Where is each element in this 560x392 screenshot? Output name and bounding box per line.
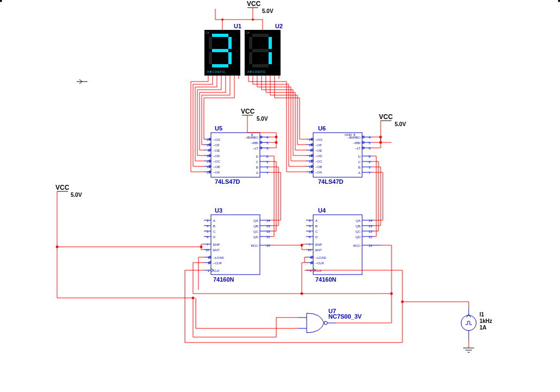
wires-u1-u5 bbox=[191, 82, 234, 172]
svg-text:I1: I1 bbox=[480, 312, 484, 318]
svg-text:~OB: ~OB bbox=[315, 165, 322, 169]
svg-text:1: 1 bbox=[266, 166, 269, 169]
svg-text:~CLR: ~CLR bbox=[213, 262, 222, 265]
svg-text:1: 1 bbox=[369, 166, 371, 169]
svg-text:ENT: ENT bbox=[315, 248, 322, 252]
svg-text:C: C bbox=[256, 160, 259, 164]
svg-text:5: 5 bbox=[207, 230, 209, 233]
svg-text:ENP: ENP bbox=[213, 243, 220, 246]
svg-rect-23 bbox=[269, 37, 272, 49]
svg-text:CLK: CLK bbox=[213, 269, 220, 272]
svg-text:2: 2 bbox=[208, 269, 210, 272]
svg-text:~OE: ~OE bbox=[213, 149, 220, 152]
svg-rect-4 bbox=[228, 37, 232, 49]
svg-text:6: 6 bbox=[266, 155, 269, 158]
svg-rect-5 bbox=[228, 52, 232, 64]
svg-text:U5: U5 bbox=[215, 125, 222, 132]
svg-text:QC: QC bbox=[253, 230, 259, 233]
svg-text:U3: U3 bbox=[215, 207, 222, 214]
svg-point-287 bbox=[275, 141, 277, 144]
svg-text:5.0V: 5.0V bbox=[257, 116, 268, 122]
svg-text:5.0V: 5.0V bbox=[395, 121, 406, 127]
ic-u3: U3 74160N A3 B4 C5 D6 ENP7 ENT10 ~LOAD9 … bbox=[204, 207, 271, 283]
wires-rco-u4 bbox=[271, 244, 306, 250]
svg-text:GND: GND bbox=[345, 133, 352, 136]
ground-mark-left bbox=[77, 79, 88, 84]
svg-text:74160N: 74160N bbox=[213, 276, 234, 283]
svg-text:QD: QD bbox=[253, 235, 259, 239]
u1-ref: U1 bbox=[234, 23, 241, 29]
wires-u7 bbox=[192, 263, 393, 337]
svg-text:A B C D E F G .: A B C D E F G . bbox=[207, 70, 226, 73]
svg-text:A: A bbox=[358, 171, 360, 175]
vcc-mid: VCC 5.0V bbox=[241, 108, 268, 122]
svg-rect-8 bbox=[209, 37, 212, 49]
svg-text:10: 10 bbox=[308, 248, 312, 252]
svg-text:A B C D E F G .: A B C D E F G . bbox=[247, 70, 266, 73]
svg-rect-6 bbox=[212, 64, 228, 67]
svg-text:5.0V: 5.0V bbox=[262, 8, 273, 14]
svg-text:3: 3 bbox=[207, 219, 209, 222]
wires-u3-u5 bbox=[269, 156, 281, 237]
svg-text:QD: QD bbox=[356, 235, 361, 239]
svg-text:QC: QC bbox=[356, 230, 361, 233]
svg-text:D: D bbox=[315, 235, 318, 239]
u2-ref: U2 bbox=[275, 23, 283, 29]
svg-text:~RBI: ~RBI bbox=[251, 141, 258, 145]
svg-line-52 bbox=[79, 82, 82, 84]
svg-text:2: 2 bbox=[310, 269, 312, 272]
svg-text:15: 15 bbox=[207, 144, 210, 147]
svg-text:VCC: VCC bbox=[55, 184, 70, 191]
wires-u2-u6 bbox=[248, 82, 306, 172]
svg-text:14: 14 bbox=[207, 138, 210, 141]
svg-text:6: 6 bbox=[207, 235, 209, 239]
svg-text:B: B bbox=[358, 166, 360, 169]
svg-text:7: 7 bbox=[207, 243, 209, 246]
display-u1: CA A B C D E F G . bbox=[204, 30, 240, 76]
svg-point-47 bbox=[252, 18, 254, 21]
svg-text:14: 14 bbox=[309, 138, 313, 141]
ic-u5: U5 74LS47D ~OG14 ~OF15 ~OE9 ~OD10 ~OC11 … bbox=[204, 125, 269, 185]
svg-rect-7 bbox=[212, 49, 228, 52]
svg-text:74160N: 74160N bbox=[315, 276, 337, 283]
svg-text:15: 15 bbox=[309, 144, 313, 147]
svg-text:CA: CA bbox=[206, 31, 210, 34]
svg-text:QA: QA bbox=[356, 219, 360, 222]
svg-text:NC7S00_3V: NC7S00_3V bbox=[328, 313, 362, 320]
svg-text:5.0V: 5.0V bbox=[71, 192, 82, 198]
svg-text:~LT: ~LT bbox=[253, 147, 258, 150]
svg-text:VCC: VCC bbox=[379, 113, 393, 121]
svg-text:4: 4 bbox=[309, 225, 311, 228]
svg-point-302 bbox=[200, 246, 202, 248]
svg-text:14: 14 bbox=[369, 219, 372, 222]
svg-rect-25 bbox=[252, 64, 269, 67]
svg-rect-26 bbox=[252, 49, 269, 52]
svg-text:~OA: ~OA bbox=[213, 171, 220, 174]
svg-point-266 bbox=[461, 315, 476, 331]
svg-rect-22 bbox=[252, 34, 269, 37]
svg-text:C: C bbox=[315, 230, 318, 233]
svg-text:~OF: ~OF bbox=[315, 144, 322, 147]
svg-text:U6: U6 bbox=[318, 125, 326, 132]
svg-text:CLK: CLK bbox=[315, 269, 322, 272]
svg-text:~OF: ~OF bbox=[213, 144, 220, 147]
svg-text:~OD: ~OD bbox=[315, 154, 322, 158]
svg-text:D: D bbox=[213, 235, 216, 239]
svg-text:A: A bbox=[213, 219, 215, 222]
svg-rect-3 bbox=[212, 34, 228, 37]
svg-point-305 bbox=[301, 293, 303, 295]
svg-text:CA: CA bbox=[246, 31, 250, 34]
svg-point-297 bbox=[379, 141, 382, 144]
svg-text:~RBI: ~RBI bbox=[353, 141, 360, 145]
svg-text:11: 11 bbox=[266, 235, 270, 239]
svg-text:4: 4 bbox=[207, 225, 209, 228]
svg-text:D: D bbox=[256, 155, 259, 158]
svg-text:3: 3 bbox=[266, 147, 269, 150]
svg-text:C: C bbox=[358, 160, 361, 164]
svg-text:~OB: ~OB bbox=[213, 165, 220, 169]
svg-rect-28 bbox=[249, 52, 252, 64]
svg-text:11: 11 bbox=[207, 160, 210, 163]
svg-text:5: 5 bbox=[266, 141, 269, 145]
wires-vcc-enp bbox=[56, 244, 204, 298]
svg-text:A: A bbox=[256, 171, 258, 175]
